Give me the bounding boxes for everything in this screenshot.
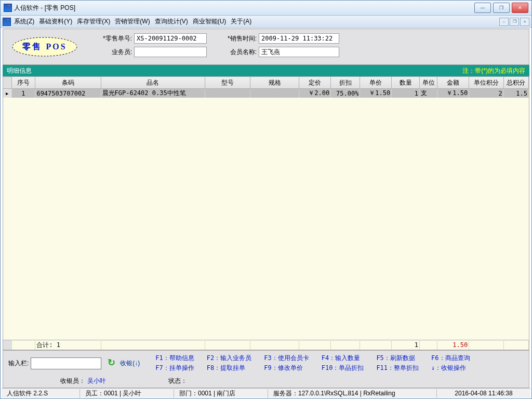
order-no-input[interactable] [134, 33, 207, 44]
input-bar-label: 输入栏: [8, 359, 29, 368]
menubar: 系统(Z) 基础资料(Y) 库存管理(X) 营销管理(W) 查询统计(V) 商业… [1, 16, 531, 28]
menu-bi[interactable]: 商业智能(U) [193, 17, 227, 26]
col-header[interactable]: 定价 [299, 77, 331, 89]
minimize-button[interactable]: — [474, 3, 491, 13]
fkey-hints: F1：帮助信息F2：输入业务员F3：使用会员卡F4：输入数量F5：刷新数据F6：… [155, 354, 470, 373]
fkey-hint: F3：使用会员卡 [264, 354, 309, 363]
fkey-hint: F10：单品折扣 [322, 364, 364, 373]
maximize-button[interactable]: ❐ [493, 3, 510, 13]
col-header[interactable]: 金额 [437, 77, 469, 89]
close-button[interactable]: ✕ [512, 3, 528, 13]
titlebar[interactable]: 人信软件 - [零售 POS] — ❐ ✕ [1, 1, 531, 16]
fkey-hint: F7：挂单操作 [155, 364, 194, 373]
fkey-hint: F2：输入业务员 [207, 354, 251, 363]
detail-header: 明细信息 注：带(*)的为必填内容 [3, 65, 529, 76]
col-header[interactable]: 单价 [360, 77, 392, 89]
header-panel: 零售 POS *零售单号: *销售时间: 业务员: 会员名称: [3, 29, 529, 65]
col-header[interactable]: 总积分 [503, 77, 528, 89]
fkey-hint: F9：修改单价 [264, 364, 309, 373]
mdi-close-button[interactable]: × [520, 18, 529, 26]
col-header[interactable]: 型号 [205, 77, 250, 89]
clerk-label: 业务员: [90, 48, 132, 57]
fkey-hint: ↓：收银操作 [431, 364, 470, 373]
status-time: 2016-04-08 11:46:38 [437, 390, 530, 397]
fkey-hint: F5：刷新数据 [376, 354, 419, 363]
col-header[interactable]: 序号 [11, 77, 35, 89]
col-header[interactable]: 单位积分 [469, 77, 504, 89]
table-row[interactable]: ▶16947503707002晨光FGP-62402 0.35中性笔￥2.007… [3, 89, 529, 98]
detail-note: 注：带(*)的为必填内容 [462, 66, 525, 75]
col-header[interactable]: 条码 [35, 77, 101, 89]
sale-time-input[interactable] [259, 33, 339, 44]
fkey-hint: F6：商品查询 [431, 354, 470, 363]
col-header[interactable]: 单位 [420, 77, 437, 89]
main-window: 人信软件 - [零售 POS] — ❐ ✕ 系统(Z) 基础资料(Y) 库存管理… [0, 0, 532, 399]
fkey-hint: F1：帮助信息 [155, 354, 194, 363]
cashier-label: 收银员： [60, 377, 85, 385]
state-label: 状态： [168, 377, 187, 385]
window-title: 人信软件 - [零售 POS] [14, 4, 472, 12]
mdi-restore-button[interactable]: ❐ [510, 18, 519, 26]
col-header[interactable]: 品名 [101, 77, 205, 89]
col-header[interactable]: 规格 [250, 77, 299, 89]
detail-title: 明细信息 [7, 66, 32, 75]
menu-inventory[interactable]: 库存管理(X) [77, 17, 110, 26]
col-header[interactable]: 折扣 [331, 77, 360, 89]
member-input[interactable] [259, 47, 339, 57]
member-label: 会员名称: [215, 48, 257, 57]
menu-about[interactable]: 关于(A) [231, 17, 251, 26]
menu-icon [3, 18, 11, 26]
status-staff: 员工：0001 | 吴小叶 [80, 389, 174, 398]
menu-query[interactable]: 查询统计(V) [155, 17, 188, 26]
menu-sales[interactable]: 营销管理(W) [115, 17, 150, 26]
cashier-value: 吴小叶 [87, 377, 106, 385]
fkey-hint: F4：输入数量 [322, 354, 364, 363]
fkey-hint: F11：整单折扣 [376, 364, 419, 373]
mdi-minimize-button[interactable]: – [499, 18, 509, 26]
menu-system[interactable]: 系统(Z) [14, 17, 34, 26]
bottom-panel: 输入栏: ↻ 收银(↓) F1：帮助信息F2：输入业务员F3：使用会员卡F4：输… [3, 350, 529, 388]
col-header[interactable]: 数量 [392, 77, 420, 89]
cash-button[interactable]: 收银(↓) [120, 359, 140, 368]
input-bar[interactable] [31, 357, 101, 369]
app-icon [4, 4, 12, 12]
status-app: 人信软件 2.2.S [2, 389, 80, 398]
statusbar: 人信软件 2.2.S 员工：0001 | 吴小叶 部门：0001 | 南门店 服… [2, 388, 530, 398]
status-dept: 部门：0001 | 南门店 [174, 389, 268, 398]
menu-basedata[interactable]: 基础资料(Y) [39, 17, 72, 26]
detail-grid[interactable]: 序号条码品名型号规格定价折扣单价数量单位金额单位积分总积分 ▶169475037… [3, 76, 529, 350]
sale-time-label: *销售时间: [215, 34, 257, 43]
clerk-input[interactable] [134, 47, 207, 57]
cash-icon: ↻ [108, 359, 118, 367]
fkey-hint: F8：提取挂单 [207, 364, 251, 373]
module-badge: 零售 POS [8, 35, 81, 58]
status-server: 服务器：127.0.0.1\RxSQL,814 | RxRetailing [268, 389, 437, 398]
order-no-label: *零售单号: [90, 34, 132, 43]
